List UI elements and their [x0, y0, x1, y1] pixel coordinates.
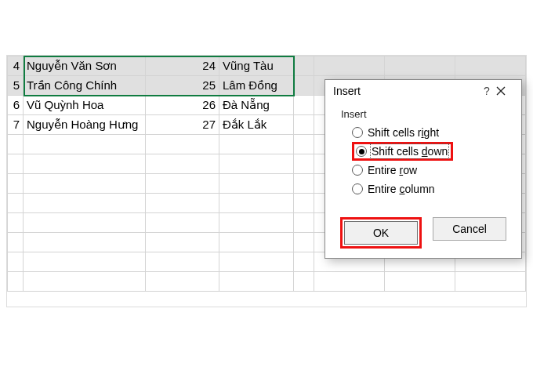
cell-name[interactable]: Vũ Quỳnh Hoa: [24, 96, 146, 115]
cell-empty[interactable]: [24, 174, 146, 194]
cell-empty[interactable]: [8, 252, 24, 272]
cancel-button[interactable]: Cancel: [433, 217, 506, 241]
cell-empty[interactable]: [455, 56, 526, 76]
cell-name[interactable]: Trần Công Chính: [24, 76, 146, 96]
cell-num[interactable]: 24: [146, 56, 219, 76]
cell-empty[interactable]: [294, 115, 314, 135]
cell-empty[interactable]: [146, 213, 219, 233]
cell-idx[interactable]: 5: [8, 76, 24, 96]
group-label: Insert: [338, 108, 512, 123]
cell-empty[interactable]: [219, 174, 294, 194]
cell-empty[interactable]: [294, 154, 314, 174]
radio-label: Shift cells down: [372, 145, 448, 158]
cell-num[interactable]: 25: [146, 76, 219, 96]
cell-empty[interactable]: [146, 252, 219, 272]
radio-shift-right[interactable]: Shift cells right: [352, 123, 512, 142]
cell-empty[interactable]: [294, 272, 314, 292]
cell-empty[interactable]: [294, 194, 314, 213]
cell-loc[interactable]: Đà Nẵng: [219, 96, 294, 115]
cell-empty[interactable]: [146, 233, 219, 252]
table-row[interactable]: [8, 272, 526, 292]
ok-highlight: OK: [340, 217, 422, 249]
radio-icon: [352, 165, 363, 176]
radio-icon: [356, 146, 367, 157]
cell-empty[interactable]: [8, 154, 24, 174]
radio-label: Entire column: [368, 183, 435, 195]
cell-empty[interactable]: [146, 194, 219, 213]
cell-empty[interactable]: [385, 56, 455, 76]
cell-empty[interactable]: [24, 272, 146, 292]
cell-empty[interactable]: [24, 194, 146, 213]
insert-option-group: Insert Shift cells right Shift cells dow…: [335, 103, 512, 203]
radio-shift-down[interactable]: Shift cells down: [352, 142, 512, 161]
radio-entire-column[interactable]: Entire column: [352, 180, 512, 198]
cell-idx[interactable]: 4: [8, 56, 24, 76]
cell-empty[interactable]: [8, 174, 24, 194]
cell-empty[interactable]: [294, 135, 314, 154]
cell-name[interactable]: Nguyễn Hoàng Hưng: [24, 115, 146, 135]
help-button[interactable]: ?: [477, 85, 496, 97]
cell-loc[interactable]: Đắk Lắk: [219, 115, 294, 135]
radio-label: Shift cells right: [368, 126, 439, 139]
cell-empty[interactable]: [146, 174, 219, 194]
radio-entire-row[interactable]: Entire row: [352, 161, 512, 180]
cell-empty[interactable]: [219, 154, 294, 174]
cell-empty[interactable]: [146, 272, 219, 292]
cell-empty[interactable]: [146, 154, 219, 174]
cell-empty[interactable]: [24, 252, 146, 272]
cell-empty[interactable]: [294, 174, 314, 194]
ok-button[interactable]: OK: [344, 221, 418, 245]
cell-empty[interactable]: [8, 135, 24, 154]
cell-empty[interactable]: [219, 252, 294, 272]
cell-empty[interactable]: [294, 96, 314, 115]
cell-idx[interactable]: 6: [8, 96, 24, 115]
cell-empty[interactable]: [294, 76, 314, 96]
cell-empty[interactable]: [219, 233, 294, 252]
cell-empty[interactable]: [8, 213, 24, 233]
cell-empty[interactable]: [8, 233, 24, 252]
radio-icon: [352, 127, 363, 138]
dialog-title: Insert: [333, 85, 477, 97]
cell-loc[interactable]: Lâm Đồng: [219, 76, 294, 96]
radio-icon: [352, 183, 363, 194]
cell-empty[interactable]: [24, 135, 146, 154]
cell-empty[interactable]: [314, 272, 385, 292]
cell-empty[interactable]: [24, 154, 146, 174]
cell-loc[interactable]: Vũng Tàu: [219, 56, 294, 76]
cell-empty[interactable]: [219, 213, 294, 233]
cell-empty[interactable]: [8, 194, 24, 213]
radio-label: Entire row: [368, 164, 417, 176]
insert-dialog: Insert ? Insert Shift cells right Shift …: [325, 79, 522, 259]
cell-empty[interactable]: [219, 272, 294, 292]
cell-empty[interactable]: [219, 194, 294, 213]
cell-idx[interactable]: 7: [8, 115, 24, 135]
cell-num[interactable]: 27: [146, 115, 219, 135]
cell-empty[interactable]: [294, 56, 314, 76]
cell-empty[interactable]: [385, 272, 455, 292]
cell-empty[interactable]: [146, 135, 219, 154]
cell-empty[interactable]: [24, 233, 146, 252]
cell-empty[interactable]: [294, 252, 314, 272]
close-icon[interactable]: [496, 86, 515, 96]
cell-empty[interactable]: [455, 272, 526, 292]
cell-empty[interactable]: [8, 272, 24, 292]
cell-empty[interactable]: [219, 135, 294, 154]
cell-num[interactable]: 26: [146, 96, 219, 115]
cell-empty[interactable]: [294, 233, 314, 252]
table-row[interactable]: 4Nguyễn Văn Sơn24Vũng Tàu: [8, 56, 526, 76]
cell-empty[interactable]: [314, 56, 385, 76]
cell-name[interactable]: Nguyễn Văn Sơn: [24, 56, 146, 76]
cell-empty[interactable]: [294, 213, 314, 233]
cell-empty[interactable]: [24, 213, 146, 233]
